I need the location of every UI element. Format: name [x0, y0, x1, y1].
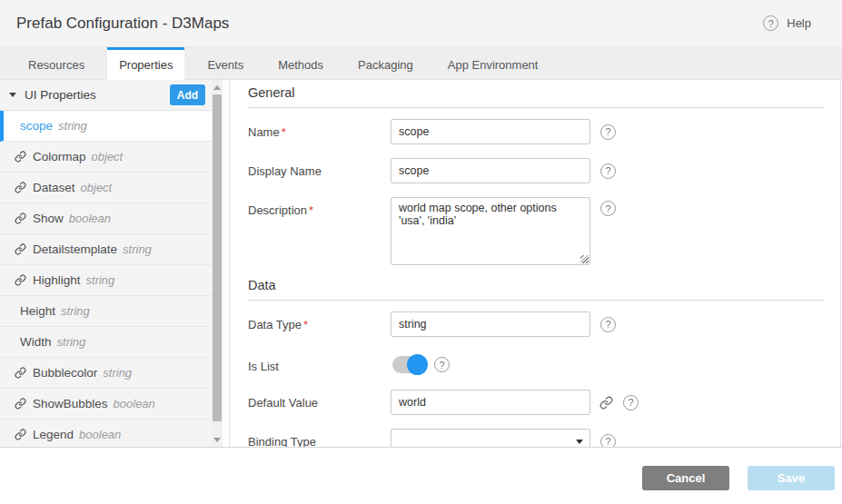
property-name: Detailstemplate — [33, 242, 117, 256]
default-value-field-row: Default Value ? — [248, 390, 840, 415]
tab-app-environment[interactable]: App Environment — [436, 47, 550, 79]
tab-properties[interactable]: Properties — [107, 47, 184, 80]
dialog-header: Prefab Configuration - D3Maps ? Help — [0, 0, 842, 47]
sidebar-item-showbubbles[interactable]: ShowBubbles boolean — [0, 389, 212, 420]
save-button[interactable]: Save — [748, 466, 835, 490]
name-input[interactable] — [391, 119, 590, 144]
scroll-down-icon — [213, 438, 221, 442]
sidebar-item-detailstemplate[interactable]: Detailstemplate string — [0, 234, 212, 265]
property-type: string — [57, 335, 86, 349]
property-name: Show — [33, 212, 64, 225]
scrollbar-thumb[interactable] — [213, 94, 222, 421]
property-type: string — [61, 304, 90, 318]
sidebar-item-legend[interactable]: Legend boolean — [0, 420, 212, 447]
data-type-label: Data Type* — [248, 311, 391, 331]
default-value-input[interactable] — [391, 390, 590, 415]
description-field-row: Description* world map scope, other opti… — [248, 197, 840, 265]
sidebar-scrollbar[interactable] — [212, 80, 223, 447]
tab-bar: Resources Properties Events Methods Pack… — [0, 47, 842, 80]
data-type-field-row: Data Type* ? — [248, 311, 840, 337]
question-glyph: ? — [605, 319, 610, 330]
default-value-help-icon[interactable]: ? — [623, 395, 639, 410]
property-name: Highlight — [33, 273, 81, 287]
is-list-field-row: Is List ? — [248, 353, 840, 373]
toggle-knob — [407, 354, 428, 375]
sidebar-item-width[interactable]: Width string — [0, 327, 212, 358]
property-type: boolean — [114, 397, 155, 410]
property-type: string — [58, 119, 87, 133]
link-icon — [15, 151, 26, 163]
link-icon — [15, 274, 26, 286]
question-glyph: ? — [605, 436, 610, 447]
property-type: object — [92, 150, 124, 163]
scroll-up-icon — [213, 85, 221, 90]
tab-packaging[interactable]: Packaging — [346, 47, 425, 79]
properties-sidebar: UI Properties Add scope string Colormap … — [0, 80, 223, 447]
default-value-label: Default Value — [248, 390, 391, 410]
description-textarea[interactable]: world map scope, other options 'usa', 'i… — [391, 197, 590, 265]
binding-type-select[interactable] — [391, 429, 590, 447]
is-list-help-icon[interactable]: ? — [434, 357, 450, 372]
property-type: object — [81, 181, 113, 194]
sidebar-item-highlight[interactable]: Highlight string — [0, 265, 212, 296]
required-marker: * — [303, 318, 308, 331]
property-name: Bubblecolor — [33, 366, 97, 380]
cancel-button[interactable]: Cancel — [642, 466, 729, 490]
display-name-help-icon[interactable]: ? — [600, 163, 616, 179]
help-button[interactable]: ? Help — [763, 15, 811, 31]
bind-value-link-icon[interactable] — [599, 396, 613, 410]
property-name: Legend — [33, 428, 74, 441]
ui-properties-group-header[interactable]: UI Properties Add — [0, 80, 212, 111]
question-glyph: ? — [628, 397, 633, 408]
page-title: Prefab Configuration - D3Maps — [16, 15, 229, 33]
name-field-row: Name* ? — [248, 119, 840, 144]
tab-methods[interactable]: Methods — [266, 47, 335, 79]
sidebar-item-height[interactable]: Height string — [0, 296, 212, 327]
question-glyph: ? — [605, 203, 610, 214]
collapse-caret-icon — [9, 93, 16, 97]
question-glyph: ? — [768, 18, 774, 29]
name-help-icon[interactable]: ? — [600, 124, 616, 140]
section-title-data: Data — [248, 278, 824, 301]
is-list-label: Is List — [248, 353, 391, 373]
dropdown-arrow-icon — [576, 440, 583, 444]
tab-resources[interactable]: Resources — [16, 47, 96, 79]
property-name: ShowBubbles — [33, 397, 108, 410]
question-glyph: ? — [605, 126, 610, 137]
link-icon — [15, 212, 26, 224]
property-form-panel: General Name* ? Display Name ? — [229, 80, 841, 447]
sidebar-item-show[interactable]: Show boolean — [0, 203, 212, 234]
link-icon — [15, 243, 26, 255]
sidebar-item-scope[interactable]: scope string — [0, 111, 212, 142]
property-type: string — [103, 366, 132, 380]
binding-type-help-icon[interactable]: ? — [600, 434, 616, 448]
property-type: boolean — [69, 212, 111, 225]
display-name-input[interactable] — [391, 158, 590, 183]
name-label: Name* — [248, 119, 391, 139]
data-type-help-icon[interactable]: ? — [600, 317, 616, 332]
property-name: Colormap — [33, 150, 86, 163]
add-property-button[interactable]: Add — [170, 84, 205, 105]
description-help-icon[interactable]: ? — [600, 201, 616, 216]
property-name: Dataset — [33, 181, 75, 194]
sidebar-item-bubblecolor[interactable]: Bubblecolor string — [0, 358, 212, 389]
description-label: Description* — [248, 197, 391, 217]
help-label: Help — [787, 16, 811, 30]
section-title-general: General — [248, 85, 824, 108]
question-glyph: ? — [605, 165, 610, 176]
scroll-down-button[interactable] — [212, 434, 223, 445]
binding-type-label: Binding Type — [248, 429, 391, 447]
prefab-configuration-dialog: Prefab Configuration - D3Maps ? Help Res… — [0, 0, 842, 504]
question-glyph: ? — [439, 360, 444, 371]
sidebar-item-dataset[interactable]: Dataset object — [0, 173, 212, 203]
sidebar-item-colormap[interactable]: Colormap object — [0, 142, 212, 173]
link-icon — [15, 367, 26, 379]
link-icon — [15, 182, 26, 193]
link-icon — [15, 429, 26, 440]
scroll-up-button[interactable] — [212, 82, 223, 93]
is-list-toggle[interactable] — [392, 356, 426, 373]
data-type-input[interactable] — [391, 311, 590, 337]
property-list: UI Properties Add scope string Colormap … — [0, 80, 212, 447]
tab-events[interactable]: Events — [195, 47, 255, 79]
content-area: UI Properties Add scope string Colormap … — [0, 80, 842, 448]
